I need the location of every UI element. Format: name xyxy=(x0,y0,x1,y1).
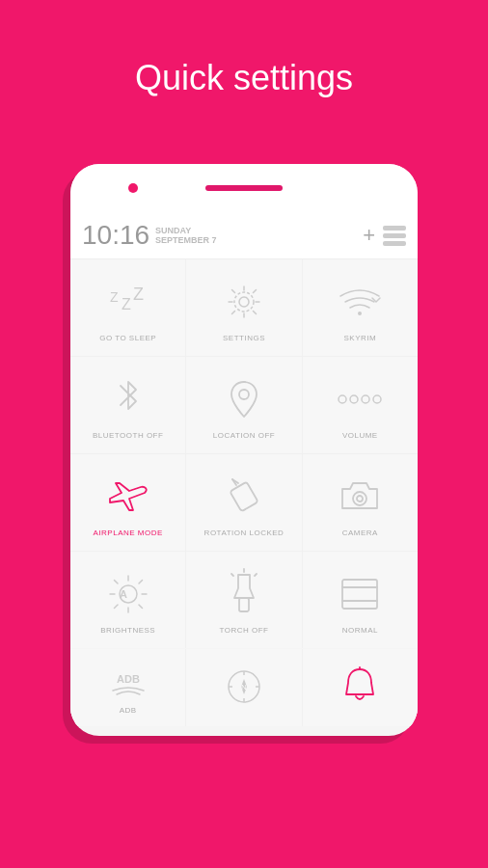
status-time: 10:16 xyxy=(82,220,149,251)
svg-line-23 xyxy=(139,580,143,583)
skyrim-label: SKYRIM xyxy=(343,334,376,342)
phone-speaker xyxy=(205,185,283,191)
grid-item-torch-off[interactable]: TORCH OFF xyxy=(186,552,301,648)
bottom-item-bell[interactable] xyxy=(303,649,418,726)
grid-icon[interactable] xyxy=(383,226,406,246)
location-icon xyxy=(220,375,268,423)
grid-item-camera[interactable]: CAMERA xyxy=(303,454,418,551)
location-label: LOCATION OFF xyxy=(213,431,276,440)
adb-icon: ADB xyxy=(109,664,148,702)
grid-item-brightness[interactable]: A BRIGHTNESS xyxy=(70,552,185,648)
normal-label: NORMAL xyxy=(342,626,378,635)
camera-label: CAMERA xyxy=(342,529,378,537)
wifi-icon xyxy=(336,278,384,326)
svg-point-14 xyxy=(353,492,366,505)
svg-text:A: A xyxy=(120,588,127,600)
grid-item-normal[interactable]: NORMAL xyxy=(303,552,418,648)
brightness-label: BRIGHTNESS xyxy=(100,626,155,635)
settings-icon xyxy=(220,278,268,326)
adb-label: ADB xyxy=(120,706,137,715)
airplane-label: AIRPLANE MODE xyxy=(94,529,163,537)
compass-icon: N xyxy=(225,667,263,706)
camera-icon xyxy=(336,473,384,521)
svg-point-4 xyxy=(234,292,254,312)
grid-item-volume[interactable]: VOLUME xyxy=(303,357,418,453)
svg-text:Z: Z xyxy=(122,296,131,312)
rotation-label: ROTATION LOCKED xyxy=(204,529,285,537)
svg-text:N: N xyxy=(241,683,247,692)
svg-rect-30 xyxy=(342,580,377,609)
grid-item-skyrim[interactable]: SKYRIM xyxy=(303,259,418,356)
phone-top-bar xyxy=(70,164,418,212)
status-controls: + xyxy=(363,223,406,248)
svg-point-7 xyxy=(339,395,346,403)
volume-icon xyxy=(336,375,384,423)
svg-rect-26 xyxy=(239,598,249,611)
status-bar: 10:16 SUNDAY SEPTEMBER 7 + xyxy=(70,212,418,259)
svg-point-3 xyxy=(239,297,249,307)
phone-camera-dot xyxy=(128,183,138,193)
svg-point-8 xyxy=(350,395,358,403)
bottom-row: ADB ADB xyxy=(70,649,418,726)
quick-settings-grid: Z Z Z GO TO SLEEP SETTINGS xyxy=(70,259,418,648)
page-title: Quick settings xyxy=(0,0,488,127)
bell-icon xyxy=(340,667,379,706)
bluetooth-label: BLUETOOTH OFF xyxy=(93,431,163,440)
status-date: SEPTEMBER 7 xyxy=(155,235,217,245)
svg-point-9 xyxy=(362,395,369,403)
grid-item-location-off[interactable]: LOCATION OFF xyxy=(186,357,301,453)
airplane-icon xyxy=(104,473,152,521)
brightness-icon: A xyxy=(104,570,152,618)
phone-frame: 10:16 SUNDAY SEPTEMBER 7 + xyxy=(70,164,418,736)
normal-icon xyxy=(336,570,384,618)
svg-text:Z: Z xyxy=(110,289,119,305)
sleep-icon: Z Z Z xyxy=(104,278,152,326)
bottom-item-adb[interactable]: ADB ADB xyxy=(70,649,185,726)
svg-point-6 xyxy=(239,390,249,399)
sleep-label: GO TO SLEEP xyxy=(99,334,156,342)
torch-label: TORCH OFF xyxy=(219,626,268,635)
svg-point-10 xyxy=(373,395,381,403)
status-day: SUNDAY xyxy=(155,226,217,235)
torch-icon xyxy=(220,570,268,618)
svg-rect-11 xyxy=(230,481,258,511)
volume-label: VOLUME xyxy=(342,431,378,440)
bluetooth-icon xyxy=(104,375,152,423)
svg-text:ADB: ADB xyxy=(117,673,140,685)
grid-item-bluetooth-off[interactable]: BLUETOOTH OFF xyxy=(70,357,185,453)
grid-item-go-to-sleep[interactable]: Z Z Z GO TO SLEEP xyxy=(70,259,185,356)
grid-item-airplane-mode[interactable]: AIRPLANE MODE xyxy=(70,454,185,551)
grid-item-settings[interactable]: SETTINGS xyxy=(186,259,301,356)
bottom-item-compass[interactable]: N xyxy=(186,649,301,726)
rotation-icon xyxy=(220,473,268,521)
grid-item-rotation-locked[interactable]: ROTATION LOCKED xyxy=(186,454,301,551)
svg-line-28 xyxy=(231,574,233,576)
page-background: Quick settings 10:16 SUNDAY SEPTEMBER 7 … xyxy=(0,0,488,127)
svg-line-24 xyxy=(114,605,118,609)
svg-point-15 xyxy=(357,496,363,502)
settings-label: SETTINGS xyxy=(223,334,265,342)
svg-line-29 xyxy=(255,574,257,576)
add-button[interactable]: + xyxy=(363,223,375,248)
svg-line-22 xyxy=(139,605,143,609)
svg-point-5 xyxy=(358,312,362,315)
svg-line-21 xyxy=(114,580,118,583)
svg-text:Z: Z xyxy=(133,285,144,304)
